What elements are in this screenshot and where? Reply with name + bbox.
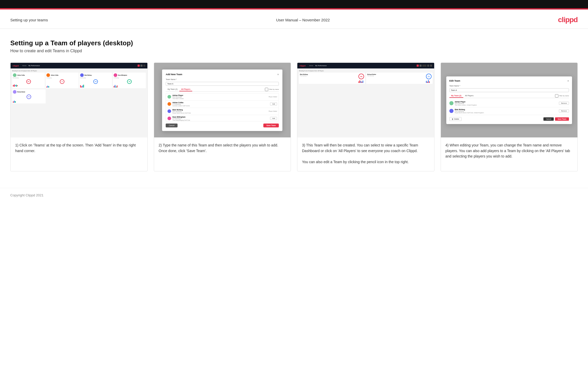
step1-btn3 — [143, 65, 145, 67]
step4-player-list: Adrian Player Plus HandicapThe Shire Lon… — [449, 100, 569, 115]
page-subtitle: How to create and edit Teams in Clippd — [10, 49, 578, 53]
step2-player-1-info: Adrian Player Plus HandicapThe Shire Lon… — [172, 94, 267, 99]
step2-modal-title: Add New Team — [166, 73, 182, 76]
step4-delete-button[interactable]: 🗑 Delete — [449, 117, 461, 121]
step4-remove-player-1-button[interactable]: Remove — [559, 102, 569, 105]
header-left: Setting up your teams — [10, 18, 48, 22]
step4-player-2-info: Blair McHarg Plus HandicapRoyal North De… — [455, 109, 484, 113]
step1-bar — [16, 85, 17, 87]
step2-team-name-input[interactable] — [166, 82, 279, 86]
step3-player-card-2: Richard Butler Plus Handicap 72 — [366, 73, 432, 84]
step1-nav: Home My Performance — [22, 65, 40, 66]
step1-score-2: 0 — [60, 79, 64, 84]
step3-bar — [427, 82, 428, 83]
step2-tabs: My Team (2) All Players Filter by name — [166, 88, 279, 92]
step3-bar — [428, 80, 429, 83]
step1-player-5: Richard Butler 72 — [12, 89, 46, 103]
step3-dashboard: clippd Home My Performance — [297, 63, 434, 137]
step4-remove-player-2-button[interactable]: Remove — [559, 109, 569, 112]
step1-bar — [14, 84, 15, 87]
step3-btn5 — [430, 65, 432, 67]
step-2-screenshot: Add New Team × Team Name * My Team (2) A… — [154, 63, 291, 137]
step3-topbar: clippd Home My Performance — [297, 63, 434, 68]
step2-player-row-4: Dave Billingham 3.5 HandicapThe Oxeg Mag… — [166, 115, 279, 121]
step4-filter-checkbox[interactable] — [555, 94, 558, 98]
step1-nav-teams: My Performance — [29, 65, 40, 66]
step-1-text: 1) Click on 'Teams' at the top of the sc… — [11, 137, 147, 171]
step2-cancel-button[interactable]: Cancel — [166, 124, 178, 127]
step3-btn4 — [427, 65, 429, 67]
page-title: Setting up a Team of players (desktop) — [10, 39, 578, 47]
step1-player-4: Dave Billingham 3.5 Handicap 78 — [113, 73, 146, 88]
step1-content: Showing 6 out of 6 players from: All Pla… — [11, 68, 147, 137]
step4-close-button[interactable]: × — [567, 80, 569, 82]
step-4-screenshot: Edit Team × Team Name * My Team (2) All … — [441, 63, 578, 137]
step1-avatar-4 — [114, 73, 117, 77]
step2-avatar-2 — [167, 102, 171, 106]
header-center: User Manual – November 2022 — [276, 18, 330, 22]
step2-player-3-status: Player Added — [268, 110, 277, 112]
step4-modal-overlay: Edit Team × Team Name * My Team (2) All … — [441, 63, 578, 137]
step2-modal-overlay: Add New Team × Team Name * My Team (2) A… — [154, 63, 291, 137]
step-1-screenshot: clippd Home My Performance Showing 6 out — [11, 63, 147, 137]
step3-bars-2 — [426, 79, 432, 83]
step3-btn2 — [419, 65, 422, 67]
copyright-text: Copyright Clippd 2021 — [10, 193, 44, 197]
step2-tab-all-players[interactable]: All Players — [179, 88, 192, 91]
step4-player-1-name: Adrian Player — [455, 101, 477, 103]
step2-player-list: Adrian Player Plus HandicapThe Shire Lon… — [166, 93, 279, 121]
step1-topbar: clippd Home My Performance — [11, 63, 147, 68]
step3-score-2: 72 — [426, 74, 432, 79]
step4-tab-my-team[interactable]: My Team (2) — [449, 94, 463, 98]
step2-player-row-3: Blair McHarg Plus HandicapRoyal North De… — [166, 108, 279, 115]
step2-player-row-2: Adrian Coliba 1.5 HandicapCentral London… — [166, 101, 279, 108]
step4-edit-modal-box[interactable]: Edit Team × Team Name * My Team (2) All … — [446, 76, 572, 124]
step3-bar — [360, 81, 361, 83]
step4-team-name-input[interactable] — [449, 88, 569, 92]
step1-bar — [17, 85, 18, 86]
step3-nav-home: Home — [309, 65, 313, 66]
step2-modal-box[interactable]: Add New Team × Team Name * My Team (2) A… — [162, 69, 282, 131]
step3-bar — [426, 81, 427, 83]
step1-score-3: 94 — [93, 79, 98, 84]
step3-nav: Home My Performance — [309, 65, 327, 66]
main-content: Setting up a Team of players (desktop) H… — [0, 29, 588, 182]
step3-btn1 — [417, 65, 419, 67]
svg-point-5 — [167, 95, 171, 99]
step4-tabs: My Team (2) All Players Filter by name — [449, 94, 569, 98]
step2-save-button[interactable]: Save Team — [263, 124, 279, 127]
step2-add-player-2-button[interactable]: Add — [270, 102, 277, 106]
step2-tab-my-team[interactable]: My Team (2) — [166, 88, 179, 91]
step4-cancel-button[interactable]: Cancel — [543, 117, 554, 121]
step3-bar — [359, 80, 360, 83]
step-3-screenshot: clippd Home My Performance — [297, 63, 434, 137]
step1-score-4: 78 — [127, 79, 132, 84]
step4-player-row-2: Blair McHarg Plus HandicapRoyal North De… — [449, 107, 569, 115]
step4-modal-header: Edit Team × — [449, 80, 569, 82]
step4-tab-all-players[interactable]: All Players — [463, 94, 475, 98]
step2-player-4-club: 3.5 HandicapThe Oxeg Maging Golf Club — [172, 118, 269, 121]
step2-add-player-4-button[interactable]: Add — [270, 117, 277, 120]
step2-close-button[interactable]: × — [277, 73, 279, 76]
svg-point-2 — [80, 73, 84, 77]
step4-modal-footer: 🗑 Delete Cancel Save Team — [449, 117, 569, 121]
step2-modal-header: Add New Team × — [166, 73, 279, 76]
step4-avatar-2 — [449, 109, 453, 113]
step3-player-1-score-section: 94 — [358, 74, 364, 83]
step3-player-card-1: Blair McHarg Plus Handicap 94 — [299, 73, 365, 84]
step4-avatar-1 — [449, 101, 453, 105]
step1-avatar-1 — [13, 73, 16, 77]
step4-save-button[interactable]: Save Team — [555, 117, 569, 121]
step3-bar — [358, 81, 359, 83]
step1-player-1: Adrian Coliba Plus Handicap 84 — [12, 73, 45, 88]
step4-player-1-info: Adrian Player Plus HandicapThe Shire Lon… — [455, 101, 477, 106]
step1-bar — [13, 85, 14, 86]
step1-avatar-3 — [80, 73, 84, 77]
svg-point-6 — [167, 102, 171, 106]
step2-filter-checkbox[interactable] — [265, 88, 268, 91]
step2-player-4-info: Dave Billingham 3.5 HandicapThe Oxeg Mag… — [172, 116, 269, 121]
step2-player-3-info: Blair McHarg Plus HandicapRoyal North De… — [172, 109, 267, 114]
step2-player-4-name: Dave Billingham — [172, 116, 269, 118]
logo: clippd — [558, 16, 578, 24]
step-3-text: 3) This Team will then be created. You c… — [297, 137, 434, 171]
